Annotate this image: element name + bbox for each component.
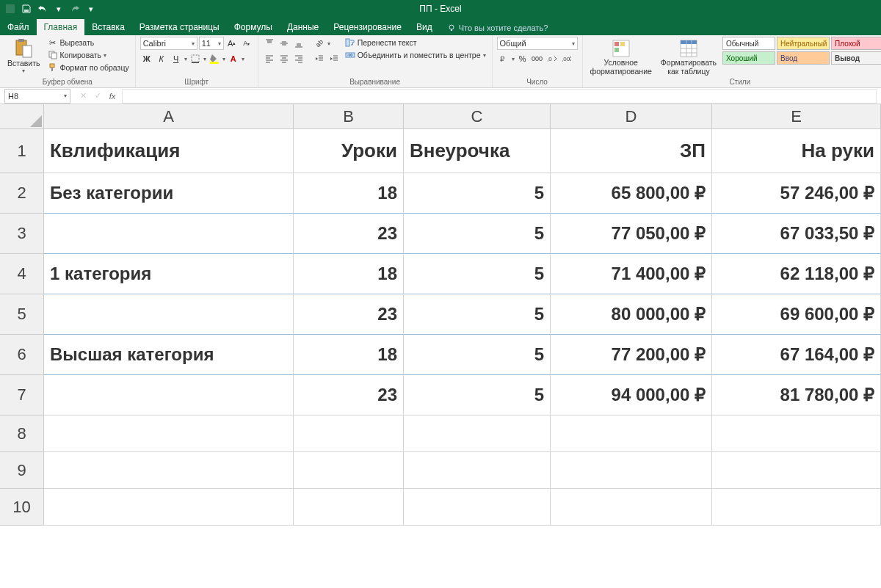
cell-D4[interactable]: 71 400,00 ₽ bbox=[551, 254, 712, 294]
row-header-10[interactable]: 10 bbox=[0, 489, 44, 526]
align-middle-button[interactable] bbox=[278, 37, 291, 50]
row-header-6[interactable]: 6 bbox=[0, 335, 44, 375]
cell-A5[interactable] bbox=[44, 294, 294, 335]
tab-formulas[interactable]: Формулы bbox=[227, 19, 280, 35]
cell-D10[interactable] bbox=[551, 489, 712, 526]
name-box[interactable]: H8▾ bbox=[4, 89, 70, 104]
row-header-7[interactable]: 7 bbox=[0, 375, 44, 415]
tell-me-search[interactable]: Что вы хотите сделать? bbox=[440, 21, 556, 35]
row-header-4[interactable]: 4 bbox=[0, 254, 44, 294]
borders-button[interactable] bbox=[189, 52, 202, 65]
increase-font-button[interactable]: A▴ bbox=[225, 37, 239, 50]
underline-button[interactable]: Ч bbox=[170, 52, 183, 65]
tab-data[interactable]: Данные bbox=[280, 19, 326, 35]
cell-C8[interactable] bbox=[404, 415, 551, 452]
cell-D3[interactable]: 77 050,00 ₽ bbox=[551, 214, 712, 254]
cell-C9[interactable] bbox=[404, 452, 551, 489]
col-header-E[interactable]: E bbox=[712, 104, 881, 129]
cell-E7[interactable]: 81 780,00 ₽ bbox=[712, 375, 881, 415]
cell-C3[interactable]: 5 bbox=[404, 214, 551, 254]
tab-file[interactable]: Файл bbox=[0, 19, 37, 35]
cell-E3[interactable]: 67 033,50 ₽ bbox=[712, 214, 881, 254]
wrap-text-button[interactable]: Перенести текст bbox=[344, 37, 487, 48]
orientation-button[interactable]: ab bbox=[313, 37, 326, 50]
cell-D8[interactable] bbox=[551, 415, 712, 452]
tab-home[interactable]: Главная bbox=[37, 19, 85, 35]
cell-A4[interactable]: 1 категория bbox=[44, 254, 294, 294]
cell-E5[interactable]: 69 600,00 ₽ bbox=[712, 294, 881, 335]
font-size-select[interactable]: 11▾ bbox=[199, 37, 224, 50]
cell-C6[interactable]: 5 bbox=[404, 335, 551, 375]
font-color-button[interactable]: A bbox=[227, 52, 240, 65]
cell-E2[interactable]: 57 246,00 ₽ bbox=[712, 173, 881, 214]
style-output[interactable]: Вывод bbox=[831, 51, 881, 65]
paste-button[interactable]: Вставить ▾ bbox=[4, 37, 43, 76]
style-normal[interactable]: Обычный bbox=[722, 37, 775, 50]
cell-B5[interactable]: 23 bbox=[294, 294, 404, 335]
select-all-corner[interactable] bbox=[0, 104, 44, 129]
formula-input[interactable] bbox=[122, 89, 877, 104]
cell-A3[interactable] bbox=[44, 214, 294, 254]
col-header-C[interactable]: C bbox=[404, 104, 551, 129]
cut-button[interactable]: ✂ Вырезать bbox=[46, 37, 131, 48]
qat-customize-icon[interactable]: ▾ bbox=[85, 3, 97, 15]
cell-E10[interactable] bbox=[712, 489, 881, 526]
italic-button[interactable]: К bbox=[155, 52, 168, 65]
cell-C5[interactable]: 5 bbox=[404, 294, 551, 335]
cell-B8[interactable] bbox=[294, 415, 404, 452]
cell-E1[interactable]: На руки bbox=[712, 129, 881, 173]
cell-C2[interactable]: 5 bbox=[404, 173, 551, 214]
decrease-indent-button[interactable] bbox=[313, 52, 326, 65]
row-header-8[interactable]: 8 bbox=[0, 415, 44, 452]
cell-C1[interactable]: Внеурочка bbox=[404, 129, 551, 173]
increase-decimal-button[interactable]: ,0 bbox=[545, 52, 559, 65]
undo-dropdown-icon[interactable]: ▾ bbox=[53, 3, 65, 15]
percent-button[interactable]: % bbox=[516, 52, 529, 65]
spreadsheet-grid[interactable]: A B C D E 1 Квлификация Уроки Внеурочка … bbox=[0, 104, 881, 526]
style-bad[interactable]: Плохой bbox=[831, 37, 881, 50]
conditional-formatting-button[interactable]: Условное форматирование bbox=[587, 37, 655, 77]
row-header-1[interactable]: 1 bbox=[0, 129, 44, 173]
cell-D6[interactable]: 77 200,00 ₽ bbox=[551, 335, 712, 375]
cell-B1[interactable]: Уроки bbox=[294, 129, 404, 173]
row-header-2[interactable]: 2 bbox=[0, 173, 44, 214]
cell-E8[interactable] bbox=[712, 415, 881, 452]
tab-review[interactable]: Рецензирование bbox=[326, 19, 409, 35]
decrease-decimal-button[interactable]: ,00 bbox=[560, 52, 573, 65]
cell-B3[interactable]: 23 bbox=[294, 214, 404, 254]
cell-B2[interactable]: 18 bbox=[294, 173, 404, 214]
accounting-format-button[interactable]: ₽ bbox=[497, 52, 510, 65]
cell-B10[interactable] bbox=[294, 489, 404, 526]
cell-A10[interactable] bbox=[44, 489, 294, 526]
comma-button[interactable]: 000 bbox=[531, 52, 544, 65]
font-name-select[interactable]: Calibri▾ bbox=[140, 37, 197, 50]
cell-B4[interactable]: 18 bbox=[294, 254, 404, 294]
decrease-font-button[interactable]: A▾ bbox=[240, 37, 253, 50]
cell-D1[interactable]: ЗП bbox=[551, 129, 712, 173]
cell-B7[interactable]: 23 bbox=[294, 375, 404, 415]
row-header-5[interactable]: 5 bbox=[0, 294, 44, 335]
style-input[interactable]: Ввод bbox=[777, 51, 830, 65]
fill-color-button[interactable] bbox=[208, 52, 221, 65]
cell-A7[interactable] bbox=[44, 375, 294, 415]
tab-view[interactable]: Вид bbox=[409, 19, 440, 35]
undo-icon[interactable] bbox=[37, 3, 48, 15]
cell-A6[interactable]: Высшая категория bbox=[44, 335, 294, 375]
save-icon[interactable] bbox=[21, 3, 32, 15]
cell-E6[interactable]: 67 164,00 ₽ bbox=[712, 335, 881, 375]
align-right-button[interactable] bbox=[292, 52, 305, 65]
cell-D2[interactable]: 65 800,00 ₽ bbox=[551, 173, 712, 214]
number-format-select[interactable]: Общий▾ bbox=[497, 37, 578, 50]
style-good[interactable]: Хороший bbox=[722, 51, 775, 65]
cell-styles-gallery[interactable]: Обычный Нейтральный Плохой Хороший Ввод … bbox=[722, 37, 881, 65]
align-bottom-button[interactable] bbox=[292, 37, 305, 50]
cell-C10[interactable] bbox=[404, 489, 551, 526]
cell-B6[interactable]: 18 bbox=[294, 335, 404, 375]
cell-E9[interactable] bbox=[712, 452, 881, 489]
cell-D7[interactable]: 94 000,00 ₽ bbox=[551, 375, 712, 415]
cell-E4[interactable]: 62 118,00 ₽ bbox=[712, 254, 881, 294]
col-header-B[interactable]: B bbox=[294, 104, 404, 129]
cell-A2[interactable]: Без категории bbox=[44, 173, 294, 214]
row-header-3[interactable]: 3 bbox=[0, 214, 44, 254]
cancel-icon[interactable]: ✕ bbox=[76, 90, 90, 103]
